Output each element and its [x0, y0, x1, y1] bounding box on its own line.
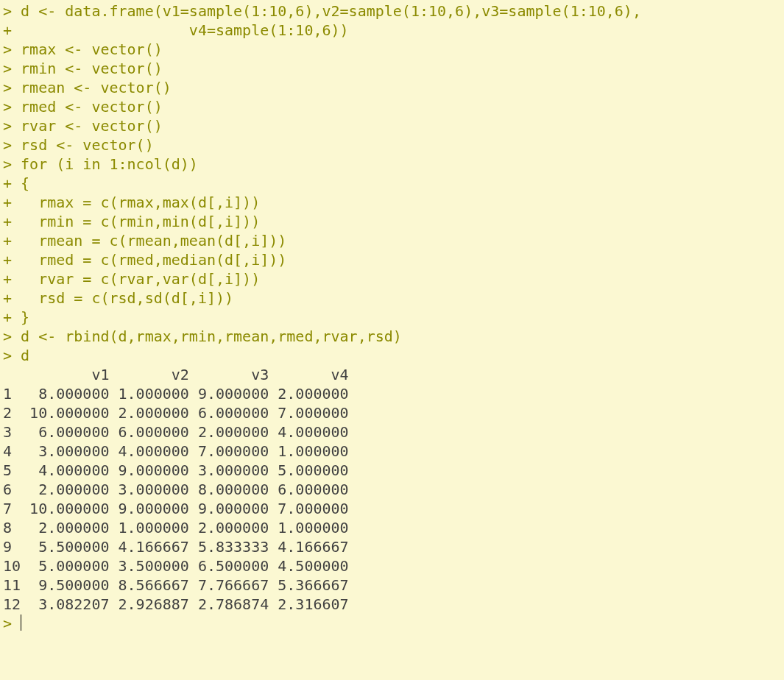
console-output-line: 12 3.082207 2.926887 2.786874 2.316607	[3, 595, 781, 614]
console-input-line: > rsd <- vector()	[3, 135, 781, 155]
console-output-line: 2 10.000000 2.000000 6.000000 7.000000	[3, 403, 781, 422]
console-output-line: 1 8.000000 1.000000 9.000000 2.000000	[3, 384, 781, 403]
console-output-line: v1 v2 v3 v4	[3, 365, 781, 384]
console-input-line: > rmean <- vector()	[3, 78, 781, 97]
console-input-line: + rvar = c(rvar,var(d[,i]))	[3, 269, 781, 288]
console-input-line: > rmin <- vector()	[3, 59, 781, 78]
console-input-line: + {	[3, 174, 781, 193]
console-output-line: 9 5.500000 4.166667 5.833333 4.166667	[3, 537, 781, 556]
prompt-text: >	[3, 615, 21, 632]
console-output-line: 8 2.000000 1.000000 2.000000 1.000000	[3, 518, 781, 537]
text-cursor	[21, 615, 21, 631]
console-output-line: 6 2.000000 3.000000 8.000000 6.000000	[3, 480, 781, 499]
console-input-line: + rmed = c(rmed,median(d[,i]))	[3, 250, 781, 269]
console-output-line: 5 4.000000 9.000000 3.000000 5.000000	[3, 461, 781, 480]
console-input-line: > d	[3, 346, 781, 365]
console-input-line: > for (i in 1:ncol(d))	[3, 155, 781, 174]
console-output-line: 11 9.500000 8.566667 7.766667 5.366667	[3, 575, 781, 595]
console-input-line: > d <- rbind(d,rmax,rmin,rmean,rmed,rvar…	[3, 327, 781, 346]
console-input-line: + v4=sample(1:10,6))	[3, 21, 781, 40]
console-output-line: 3 6.000000 6.000000 2.000000 4.000000	[3, 422, 781, 442]
console-input-line: + rmin = c(rmin,min(d[,i]))	[3, 212, 781, 231]
console-input-line: + rmax = c(rmax,max(d[,i]))	[3, 193, 781, 212]
console-prompt[interactable]: >	[3, 614, 781, 633]
console-output-line: 10 5.000000 3.500000 6.500000 4.500000	[3, 556, 781, 575]
console-input-line: > rmed <- vector()	[3, 97, 781, 116]
console-input-line: + }	[3, 308, 781, 327]
console-input-line: + rsd = c(rsd,sd(d[,i]))	[3, 288, 781, 308]
console-input-line: + rmean = c(rmean,mean(d[,i]))	[3, 231, 781, 250]
console-input-line: > d <- data.frame(v1=sample(1:10,6),v2=s…	[3, 1, 781, 21]
console-output-line: 7 10.000000 9.000000 9.000000 7.000000	[3, 499, 781, 518]
console-output-line: 4 3.000000 4.000000 7.000000 1.000000	[3, 442, 781, 461]
r-console[interactable]: > d <- data.frame(v1=sample(1:10,6),v2=s…	[0, 0, 784, 634]
console-input-line: > rmax <- vector()	[3, 40, 781, 59]
console-input-line: > rvar <- vector()	[3, 116, 781, 135]
